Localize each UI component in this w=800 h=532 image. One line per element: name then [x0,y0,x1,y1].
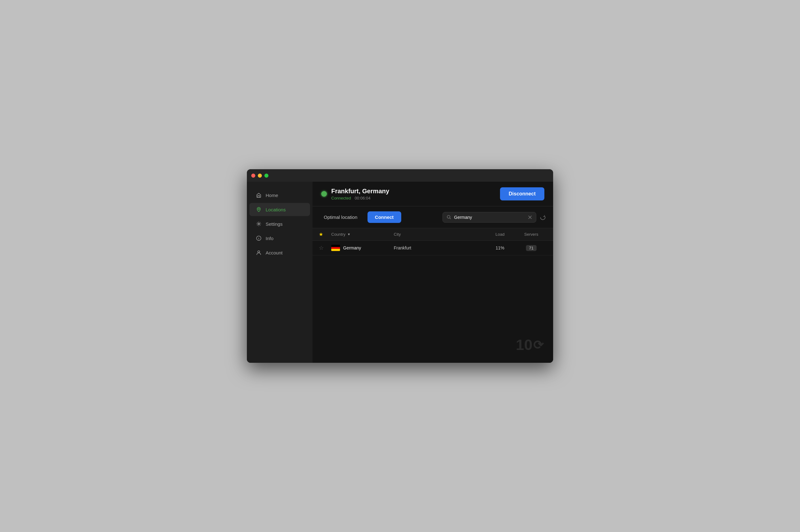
connect-button[interactable]: Connect [367,211,401,223]
svg-point-1 [258,223,260,225]
connection-location: Frankfurt, Germany [331,188,500,195]
th-load: Load [484,232,516,237]
sidebar: Home Locations [247,182,312,363]
main-content-wrap: Frankfurt, Germany Connected 00:06:04 Di… [312,182,553,363]
th-servers: Servers [516,232,547,237]
svg-point-5 [447,215,450,218]
sidebar-label-locations: Locations [266,207,286,212]
search-container [442,212,547,223]
th-city: City [394,232,484,237]
watermark-symbol: ⟳ [533,338,544,352]
connection-status-line: Connected 00:06:04 [331,196,500,201]
info-icon [256,235,262,241]
sidebar-item-locations[interactable]: Locations [249,203,310,216]
sidebar-label-account: Account [266,250,283,255]
home-icon [256,192,262,198]
app-window: Home Locations [247,169,553,363]
favorite-button[interactable]: ☆ [319,245,324,251]
connection-info: Frankfurt, Germany Connected 00:06:04 [331,188,500,201]
svg-point-4 [258,251,260,252]
table-header: ★ Country ▼ City Load Servers [312,228,553,241]
country-name: Germany [343,245,361,250]
table-row[interactable]: ☆ Germany Frankfurt [312,241,553,255]
settings-icon [256,221,262,227]
connection-header: Frankfurt, Germany Connected 00:06:04 Di… [312,182,553,206]
traffic-lights [251,174,269,178]
sidebar-label-home: Home [266,193,278,198]
sidebar-label-settings: Settings [266,221,283,227]
maximize-button[interactable] [265,174,269,178]
watermark: 10 ⟳ [516,336,544,354]
locations-toolbar: Optimal location Connect [312,206,553,228]
watermark-number: 10 [516,336,532,354]
td-star: ☆ [319,245,331,251]
sort-arrow-icon: ▼ [347,233,351,236]
connection-timer: 00:06:04 [355,196,370,201]
sidebar-label-info: Info [266,236,273,241]
sidebar-item-home[interactable]: Home [249,189,310,202]
disconnect-button[interactable]: Disconnect [500,187,544,201]
sidebar-item-account[interactable]: Account [249,246,310,259]
germany-flag [331,245,340,251]
td-load: 11% [484,245,516,250]
search-clear-button[interactable] [528,215,532,220]
location-icon [256,206,262,213]
th-star: ★ [319,231,331,237]
account-icon [256,249,262,256]
main-content: Frankfurt, Germany Connected 00:06:04 Di… [312,182,553,363]
td-city: Frankfurt [394,245,484,250]
connection-status-text: Connected [331,196,351,201]
close-button[interactable] [251,174,255,178]
servers-badge: 71 [526,245,537,251]
sidebar-item-info[interactable]: Info [249,232,310,245]
optimal-location-button[interactable]: Optimal location [319,211,363,223]
sidebar-item-settings[interactable]: Settings [249,217,310,230]
search-input[interactable] [454,215,525,220]
td-country: Germany [331,245,394,251]
search-box [442,212,536,223]
app-body: Home Locations [247,182,553,363]
minimize-button[interactable] [258,174,262,178]
connection-dot [321,191,327,197]
th-country[interactable]: Country ▼ [331,232,394,237]
title-bar [247,169,553,182]
td-servers: 71 [516,245,547,251]
optimal-location-label: Optimal location [319,211,363,223]
refresh-button[interactable] [539,213,547,221]
svg-point-0 [258,208,259,210]
search-icon [447,215,452,220]
